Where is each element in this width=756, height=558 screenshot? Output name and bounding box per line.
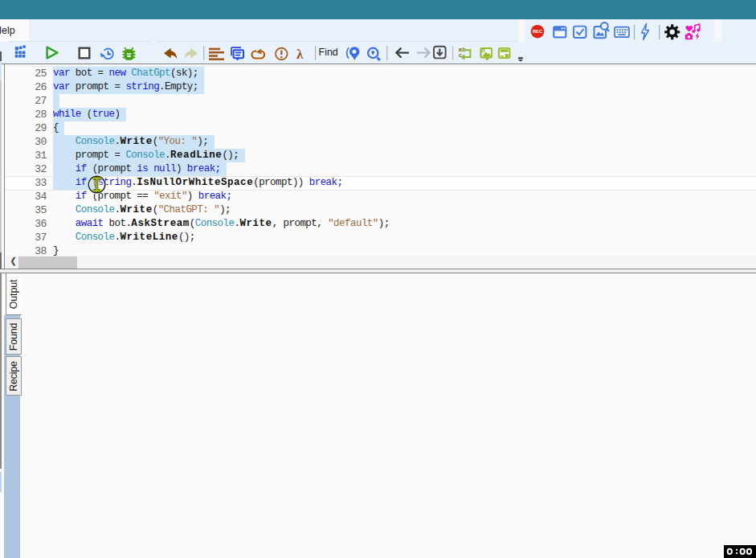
svg-text:λ: λ — [296, 47, 304, 62]
svg-text:REC: REC — [533, 29, 543, 34]
svg-text:Find: Find — [319, 47, 338, 58]
